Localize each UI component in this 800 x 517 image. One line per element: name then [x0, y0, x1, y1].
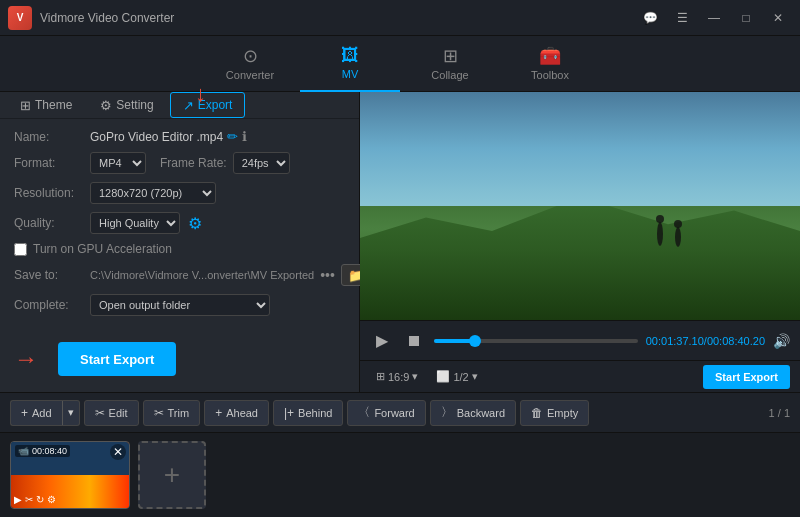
name-label: Name: [14, 130, 84, 144]
resolution-label: Resolution: [14, 186, 84, 200]
quality-row: Quality: High Quality Standard Low ⚙ [14, 212, 345, 234]
add-icon: + [21, 406, 28, 420]
zoom-btn[interactable]: ⬜ 1/2 ▾ [430, 368, 483, 385]
volume-icon[interactable]: 🔊 [773, 333, 790, 349]
save-to-label: Save to: [14, 268, 84, 282]
chat-icon-btn[interactable]: 💬 [636, 8, 664, 28]
tab-converter[interactable]: ⊙ Converter [200, 36, 300, 92]
behind-button[interactable]: |+ Behind [273, 400, 343, 426]
video-preview [360, 92, 800, 320]
empty-trash-icon: 🗑 [531, 406, 543, 420]
zoom-value: 1/2 [453, 371, 468, 383]
tab-collage[interactable]: ⊞ Collage [400, 36, 500, 92]
timeline-close-btn[interactable]: ✕ [110, 444, 126, 460]
maximize-btn[interactable]: □ [732, 8, 760, 28]
complete-dropdown[interactable]: Open output folder Do nothing [90, 294, 270, 316]
svg-point-3 [674, 220, 682, 228]
sub-tab-setting[interactable]: ⚙ Setting [88, 92, 165, 118]
frame-rate-dropdown[interactable]: 24fps 30fps 60fps [233, 152, 290, 174]
frame-rate-group: Frame Rate: 24fps 30fps 60fps [160, 152, 290, 174]
window-controls: 💬 ☰ — □ ✕ [636, 8, 792, 28]
edit-button[interactable]: ✂ Edit [84, 400, 139, 426]
toolbox-icon: 🧰 [539, 45, 561, 67]
complete-label: Complete: [14, 298, 84, 312]
complete-control: Open output folder Do nothing [90, 294, 345, 316]
svg-point-1 [656, 215, 664, 223]
sky-area [360, 92, 800, 206]
backward-button[interactable]: 〉 Backward [430, 400, 516, 426]
add-btn-group: + Add ▾ [10, 400, 80, 426]
add-button[interactable]: + Add [10, 400, 62, 426]
ahead-icon: + [215, 406, 222, 420]
gpu-row: Turn on GPU Acceleration [14, 242, 345, 256]
info-icon[interactable]: ℹ [242, 129, 247, 144]
trim-label: Trim [168, 407, 190, 419]
setting-gear-icon: ⚙ [100, 98, 112, 113]
page-indicator: 1 / 1 [769, 407, 790, 419]
trim-button[interactable]: ✂ Trim [143, 400, 201, 426]
empty-button[interactable]: 🗑 Empty [520, 400, 589, 426]
edit-icon[interactable]: ✏ [227, 129, 238, 144]
timeline-controls: ▶ ✂ ↻ ⚙ [14, 494, 56, 505]
minimize-btn[interactable]: — [700, 8, 728, 28]
progress-bar[interactable] [434, 339, 638, 343]
figure-silhouette [650, 199, 690, 252]
close-btn[interactable]: ✕ [764, 8, 792, 28]
stop-btn[interactable]: ⏹ [402, 329, 426, 353]
add-dropdown-btn[interactable]: ▾ [62, 400, 80, 426]
export-arrow-icon: ↗ [183, 98, 194, 113]
sub-tab-export[interactable]: ↗ Export [170, 92, 246, 118]
empty-label: Empty [547, 407, 578, 419]
sub-tabs: ⊞ Theme ⚙ Setting ↗ Export [0, 92, 359, 119]
bottom-toolbar: + Add ▾ ✂ Edit ✂ Trim + Ahead |+ Behind … [0, 392, 800, 432]
edit-icon: ✂ [95, 406, 105, 420]
add-label: Add [32, 407, 52, 419]
behind-icon: |+ [284, 406, 294, 420]
quality-gear-btn[interactable]: ⚙ [184, 214, 206, 233]
progress-thumb [469, 335, 481, 347]
sub-tab-theme-label: Theme [35, 98, 72, 112]
left-panel: ⊞ Theme ⚙ Setting ↗ Export ↓ Name: GoPro… [0, 92, 360, 392]
frame-rate-label: Frame Rate: [160, 156, 227, 170]
ahead-button[interactable]: + Ahead [204, 400, 269, 426]
tl-cut-icon[interactable]: ✂ [25, 494, 33, 505]
tab-mv[interactable]: 🖼 MV [300, 36, 400, 92]
tab-toolbox[interactable]: 🧰 Toolbox [500, 36, 600, 92]
export-form: Name: GoPro Video Editor .mp4 ✏ ℹ Format… [0, 119, 359, 326]
start-export-button[interactable]: Start Export [58, 342, 176, 376]
path-more-btn[interactable]: ••• [318, 267, 337, 283]
tl-play-icon[interactable]: ▶ [14, 494, 22, 505]
tl-settings-icon[interactable]: ⚙ [47, 494, 56, 505]
ahead-label: Ahead [226, 407, 258, 419]
ratio-btn[interactable]: ⊞ 16:9 ▾ [370, 368, 424, 385]
start-export-right-btn[interactable]: Start Export [703, 365, 790, 389]
collage-icon: ⊞ [443, 45, 458, 67]
format-row: Format: MP4 AVI MOV MKV Frame Rate: 24fp… [14, 152, 345, 174]
video-info-bar: ⊞ 16:9 ▾ ⬜ 1/2 ▾ Start Export [360, 360, 800, 392]
ratio-chevron: ▾ [412, 370, 418, 383]
arrow-down-indicator: ↓ [195, 81, 206, 107]
tl-rotate-icon[interactable]: ↻ [36, 494, 44, 505]
start-export-section: → Start Export [0, 326, 359, 392]
format-dropdown[interactable]: MP4 AVI MOV MKV [90, 152, 146, 174]
forward-label: Forward [374, 407, 414, 419]
file-name-value: GoPro Video Editor .mp4 [90, 130, 223, 144]
timeline-item-1[interactable]: 📹 00:08:40 ✕ ▶ ✂ ↻ ⚙ [10, 441, 130, 509]
forward-button[interactable]: 〈 Forward [347, 400, 425, 426]
quality-dropdown[interactable]: High Quality Standard Low [90, 212, 180, 234]
video-file-icon: 📹 [18, 446, 29, 456]
title-bar-left: V Vidmore Video Converter [8, 6, 174, 30]
zoom-chevron: ▾ [472, 370, 478, 383]
quality-control: High Quality Standard Low ⚙ [90, 212, 345, 234]
save-to-row: Save to: C:\Vidmore\Vidmore V...onverter… [14, 264, 345, 286]
sub-tab-theme[interactable]: ⊞ Theme [8, 92, 84, 118]
timeline-add-btn[interactable]: + [138, 441, 206, 509]
play-btn[interactable]: ▶ [370, 329, 394, 353]
timeline: 📹 00:08:40 ✕ ▶ ✂ ↻ ⚙ + [0, 432, 800, 517]
gpu-checkbox[interactable] [14, 243, 27, 256]
behind-label: Behind [298, 407, 332, 419]
menu-btn[interactable]: ☰ [668, 8, 696, 28]
save-path-control: C:\Vidmore\Vidmore V...onverter\MV Expor… [90, 264, 371, 286]
resolution-dropdown[interactable]: 1280x720 (720p) 1920x1080 (1080p) 3840x2… [90, 182, 216, 204]
zoom-icon: ⬜ [436, 370, 450, 383]
